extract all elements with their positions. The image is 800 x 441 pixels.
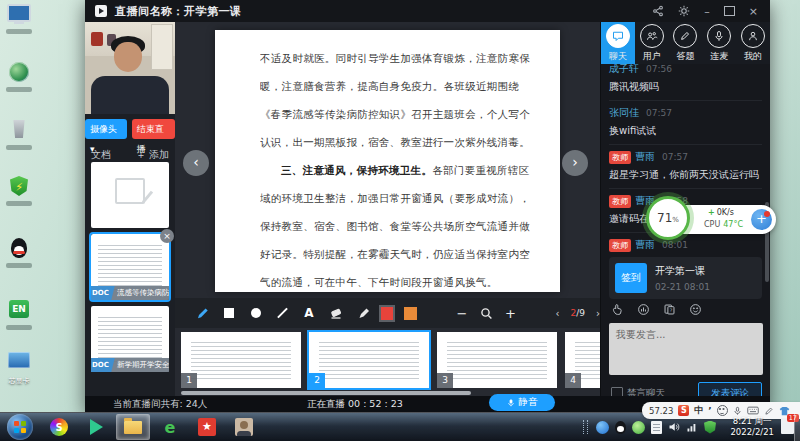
en-app-icon: EN bbox=[9, 300, 29, 318]
desktop-icon-recycle-bin[interactable] bbox=[3, 120, 35, 150]
end-live-button[interactable]: 结束直播 bbox=[132, 119, 175, 139]
signin-title: 开学第一课 bbox=[655, 264, 710, 278]
presenter-body bbox=[91, 76, 169, 114]
handwriting-icon[interactable] bbox=[764, 406, 774, 416]
tab-mine[interactable]: 我的 bbox=[736, 22, 770, 64]
doc-preview-lines bbox=[98, 242, 162, 292]
next-page-arrow[interactable]: › bbox=[562, 150, 588, 176]
shelf-item bbox=[151, 24, 173, 70]
tray-notepad-icon[interactable] bbox=[651, 421, 662, 434]
ime-language-toggle[interactable]: 中 bbox=[694, 404, 703, 417]
question-card-icon[interactable]: ? bbox=[663, 303, 676, 316]
rectangle-tool-icon[interactable] bbox=[222, 305, 238, 321]
color-swatch-orange[interactable] bbox=[404, 307, 417, 320]
taskbar-active-app-icon[interactable] bbox=[116, 414, 150, 440]
desktop-icon-qq[interactable] bbox=[3, 238, 35, 268]
live-timer: 正在直播 00 : 52 : 23 bbox=[307, 398, 403, 411]
page-thumbnail-1[interactable]: 1 bbox=[181, 332, 301, 388]
teacher-badge: 教师 bbox=[609, 195, 631, 208]
boost-ball-icon[interactable]: + bbox=[751, 209, 772, 230]
text-tool-icon[interactable]: A bbox=[301, 305, 317, 321]
document-thumbnail-selected[interactable]: × DOC 流感等传染病防控工作... bbox=[91, 234, 169, 300]
desktop-icon-intel-graphics[interactable]: 芯显卡 bbox=[3, 352, 35, 386]
tray-qq-icon[interactable] bbox=[615, 421, 626, 434]
ellipse-tool-icon[interactable] bbox=[248, 305, 264, 321]
taskbar-player-icon[interactable] bbox=[79, 414, 113, 440]
desktop-icon-en-app[interactable]: EN bbox=[3, 300, 35, 330]
sogou-logo-icon[interactable]: S bbox=[678, 405, 689, 416]
page-thumbnail-3[interactable]: 3 bbox=[437, 332, 557, 388]
emoji-picker-icon[interactable] bbox=[717, 405, 728, 416]
sender-name: 张同佳 bbox=[609, 106, 639, 120]
color-swatch-red[interactable] bbox=[381, 307, 394, 320]
minimize-button[interactable]: – bbox=[704, 6, 710, 17]
ime-punct-toggle[interactable]: ’ bbox=[708, 406, 711, 416]
doc-preview-lines bbox=[98, 314, 162, 364]
chat-message: 张同佳07:57 换wifi试试 bbox=[609, 101, 762, 145]
memory-percent-ring[interactable]: 71% bbox=[646, 196, 690, 240]
thumbnail-scrollbar[interactable] bbox=[181, 391, 471, 395]
add-document-button[interactable]: ＋ 添加 bbox=[136, 148, 169, 162]
clock-date: 2022/2/21 bbox=[730, 427, 774, 438]
volume-icon[interactable] bbox=[668, 421, 680, 433]
signin-button[interactable]: 签到 bbox=[615, 263, 647, 293]
document-thumbnail[interactable]: DOC 新学期开学安全告知书... bbox=[91, 306, 169, 372]
line-tool-icon[interactable] bbox=[275, 305, 291, 321]
tray-app-icon[interactable] bbox=[596, 421, 609, 434]
globe-icon bbox=[9, 62, 29, 82]
notification-icon[interactable]: 17 bbox=[781, 418, 794, 434]
tray-shield-icon[interactable] bbox=[704, 421, 716, 434]
tray-security-icon[interactable] bbox=[632, 421, 645, 434]
emoji-smiley-icon[interactable] bbox=[689, 303, 702, 316]
close-button[interactable]: × bbox=[749, 6, 758, 17]
tab-mic-connect[interactable]: 连麦 bbox=[702, 22, 736, 64]
settings-gear-icon[interactable] bbox=[678, 5, 690, 17]
poll-chart-icon[interactable] bbox=[637, 303, 650, 316]
desktop-icon-computer[interactable] bbox=[3, 4, 35, 34]
like-hand-icon[interactable] bbox=[611, 303, 624, 316]
icon-label: 芯显卡 bbox=[3, 376, 35, 386]
message-text: 腾讯视频吗 bbox=[609, 80, 762, 94]
eraser-tool-icon[interactable] bbox=[328, 305, 344, 321]
soft-keyboard-icon[interactable] bbox=[747, 406, 759, 415]
start-button[interactable] bbox=[7, 414, 33, 440]
voice-input-icon[interactable] bbox=[733, 406, 742, 416]
document-page-canvas[interactable]: 不适及时就医。同时引导学生加强体育锻炼，注意防寒保 暖，注意膳食营养，提高自身免… bbox=[215, 30, 560, 292]
share-icon[interactable] bbox=[652, 5, 664, 17]
mute-button[interactable]: 静音 bbox=[489, 394, 555, 411]
zoom-out-button[interactable]: − bbox=[457, 306, 468, 321]
network-icon[interactable] bbox=[686, 421, 698, 433]
taskbar-browser-icon[interactable]: e bbox=[153, 414, 187, 440]
page-prev-icon[interactable]: ‹ bbox=[555, 308, 559, 319]
qq-penguin-icon bbox=[11, 238, 27, 258]
tab-users[interactable]: 用户 bbox=[635, 22, 669, 64]
page-thumbnail-2-selected[interactable]: 2 bbox=[309, 332, 429, 388]
show-desktop-button[interactable] bbox=[794, 413, 800, 441]
chat-message-list[interactable]: 成子轩07:56 腾讯视频吗 张同佳07:57 换wifi试试 教师曹雨07:5… bbox=[601, 64, 770, 302]
maximize-button[interactable] bbox=[724, 6, 735, 16]
icon-label bbox=[6, 145, 32, 150]
taskbar-sogou-icon[interactable]: S bbox=[42, 414, 76, 440]
message-time: 07:57 bbox=[646, 108, 672, 118]
desktop-icon-security[interactable]: ⚡ bbox=[3, 176, 35, 206]
taskbar-avatar-icon[interactable] bbox=[227, 414, 261, 440]
camera-dropdown-button[interactable]: 摄像头 ▾ bbox=[85, 119, 127, 139]
prev-page-arrow[interactable]: ‹ bbox=[183, 150, 209, 176]
tab-chat[interactable]: 聊天 bbox=[601, 22, 635, 64]
doc-line: 认识，出一期黑板报，宿舍、教室进行一次紫外线消毒。 bbox=[260, 128, 532, 156]
svg-text:?: ? bbox=[670, 307, 673, 313]
magnifier-icon[interactable] bbox=[479, 305, 495, 321]
page-thumbnail-4[interactable]: 4 bbox=[565, 332, 600, 388]
close-document-icon[interactable]: × bbox=[160, 229, 174, 243]
tab-quiz[interactable]: 答题 bbox=[669, 22, 703, 64]
taskbar-chaoxing-icon[interactable]: ★ bbox=[190, 414, 224, 440]
taskbar-clock[interactable]: 8:21 周一 2022/2/21 bbox=[730, 416, 774, 438]
chat-bubble-icon bbox=[606, 24, 630, 48]
chat-input[interactable] bbox=[609, 323, 763, 375]
pencil-tool-icon[interactable] bbox=[195, 305, 211, 321]
zoom-in-button[interactable]: + bbox=[505, 306, 516, 321]
desktop-icon-browser[interactable] bbox=[3, 62, 35, 92]
doc-line: 气的流通，可在中午、下午时间段开窗通风换气。 bbox=[260, 268, 532, 296]
whiteboard-thumbnail[interactable] bbox=[91, 162, 169, 228]
brush-tool-icon[interactable] bbox=[354, 305, 370, 321]
